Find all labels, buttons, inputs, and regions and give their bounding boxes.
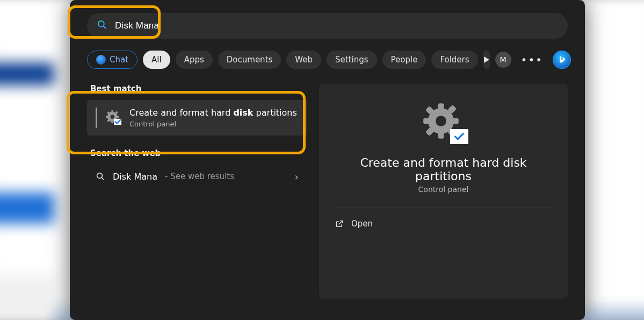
action-open[interactable]: Open — [332, 212, 555, 235]
svg-line-14 — [102, 178, 104, 180]
best-match-text: Create and format hard disk partitions C… — [129, 108, 297, 128]
detail-app-icon — [422, 102, 465, 145]
svg-rect-4 — [111, 110, 113, 113]
tab-all-label: All — [151, 55, 162, 65]
title-bold: disk — [233, 108, 253, 118]
svg-point-3 — [110, 115, 114, 118]
action-open-label: Open — [351, 219, 373, 229]
search-icon — [96, 172, 105, 181]
tab-people[interactable]: People — [382, 51, 426, 69]
bing-button[interactable] — [553, 51, 571, 69]
best-match-title: Create and format hard disk partitions — [129, 108, 297, 119]
tab-all[interactable]: All — [143, 51, 170, 69]
detail-title: Create and format hard disk partitions — [332, 156, 555, 183]
avatar-initial: M — [500, 55, 506, 64]
ellipsis-icon: ••• — [521, 53, 543, 66]
bing-chat-icon — [96, 55, 106, 65]
tab-web[interactable]: Web — [286, 51, 321, 69]
web-result-hint: - See web results — [165, 172, 234, 181]
svg-rect-7 — [117, 116, 119, 118]
results-body: Best match — [87, 84, 568, 298]
chevron-right-icon — [483, 56, 490, 63]
filter-tabs-row: Chat All Apps Documents Web Settings Peo… — [87, 51, 568, 69]
tab-folders-label: Folders — [440, 55, 469, 65]
svg-rect-18 — [438, 132, 444, 139]
svg-rect-5 — [111, 120, 113, 123]
header-right-cluster: M ••• — [495, 51, 571, 69]
search-web-heading: Search the web — [87, 148, 307, 158]
tab-chat-label: Chat — [110, 55, 128, 65]
best-match-result[interactable]: Create and format hard disk partitions C… — [87, 100, 307, 136]
tab-documents-label: Documents — [227, 55, 273, 65]
tab-web-label: Web — [295, 55, 313, 65]
title-post: partitions — [254, 108, 297, 118]
tab-apps-label: Apps — [184, 55, 204, 65]
more-options-button[interactable]: ••• — [521, 54, 543, 65]
svg-point-16 — [436, 116, 446, 126]
selection-indicator — [96, 108, 97, 128]
svg-rect-6 — [106, 116, 108, 118]
tab-apps[interactable]: Apps — [176, 51, 213, 69]
gear-icon — [106, 110, 122, 125]
title-pre: Create and format hard — [129, 108, 233, 118]
results-left-column: Best match — [87, 84, 307, 298]
tab-chat[interactable]: Chat — [87, 51, 138, 69]
search-input-row[interactable] — [87, 13, 568, 39]
search-web-result[interactable]: Disk Mana - See web results › — [87, 165, 307, 189]
search-input[interactable] — [115, 20, 558, 31]
svg-rect-19 — [423, 118, 430, 124]
best-match-subtitle: Control panel — [129, 120, 297, 128]
detail-subtitle: Control panel — [332, 185, 555, 194]
web-result-query: Disk Mana — [113, 172, 157, 182]
avatar[interactable]: M — [495, 52, 511, 68]
tab-overflow-next[interactable] — [483, 51, 490, 69]
open-external-icon — [335, 219, 344, 228]
svg-rect-17 — [438, 103, 444, 110]
chevron-right-icon: › — [295, 171, 299, 182]
tab-settings[interactable]: Settings — [327, 51, 377, 69]
best-match-heading: Best match — [87, 84, 307, 94]
svg-line-1 — [104, 26, 106, 29]
detail-panel: Create and format hard disk partitions C… — [319, 84, 568, 298]
tab-folders[interactable]: Folders — [431, 51, 477, 69]
tab-documents[interactable]: Documents — [218, 51, 281, 69]
checkmark-badge — [450, 129, 468, 144]
svg-rect-20 — [451, 118, 458, 124]
tab-settings-label: Settings — [335, 55, 368, 65]
search-icon — [97, 19, 107, 32]
windows-search-panel: Chat All Apps Documents Web Settings Peo… — [70, 0, 585, 320]
tab-people-label: People — [391, 55, 418, 65]
search-web-section: Search the web Disk Mana - See web resul… — [87, 148, 307, 189]
bing-icon — [558, 55, 566, 64]
divider — [332, 208, 555, 208]
